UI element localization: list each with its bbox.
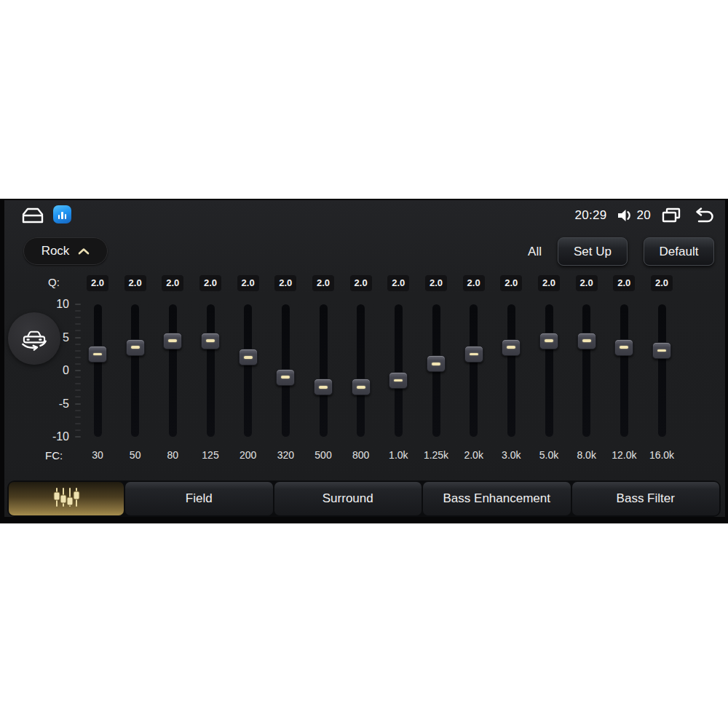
fc-value: 3.0k <box>491 449 531 461</box>
slider-fill <box>94 354 101 437</box>
slider-handle[interactable] <box>163 333 182 349</box>
fc-value: 16.0k <box>641 449 682 461</box>
fc-value: 320 <box>265 449 306 461</box>
axis-tick <box>75 410 81 411</box>
fc-value: 125 <box>190 449 231 461</box>
recent-apps-icon[interactable] <box>660 207 682 224</box>
chevron-up-icon <box>78 248 90 255</box>
q-value: 2.0 <box>576 275 598 291</box>
q-value: 2.0 <box>237 275 259 291</box>
volume-icon <box>616 207 633 223</box>
q-value: 2.0 <box>387 275 409 291</box>
equalizer-sliders-icon <box>50 486 83 513</box>
fc-value: 2.0k <box>454 449 494 461</box>
tab-label: Bass Filter <box>617 491 675 506</box>
axis-tick <box>75 416 81 418</box>
header-actions: All Set Up Default <box>528 237 714 266</box>
axis-tick <box>75 376 81 378</box>
fc-value: 1.0k <box>378 449 419 461</box>
fc-value: 200 <box>228 449 269 461</box>
fc-value: 50 <box>115 449 156 461</box>
q-value: 2.0 <box>500 275 522 291</box>
axis-tick <box>75 323 81 325</box>
tab-label: Field <box>186 491 213 506</box>
tab-surround[interactable]: Surround <box>274 482 422 515</box>
tab-label: Bass Enhancement <box>443 491 550 506</box>
tab-equalizer[interactable] <box>9 482 124 515</box>
slider-fill <box>470 354 478 437</box>
head-unit-screen: 20:29 20 <box>0 199 728 523</box>
tab-field[interactable]: Field <box>125 482 273 515</box>
axis-tick <box>75 403 81 405</box>
bottom-tab-bar: FieldSurroundBass EnhancementBass Filter <box>7 480 721 517</box>
fc-value: 12.0k <box>604 449 644 461</box>
tab-bass-enhancement[interactable]: Bass Enhancement <box>423 482 571 515</box>
slider-fill <box>620 347 628 437</box>
all-label[interactable]: All <box>528 245 542 259</box>
fc-value: 800 <box>341 449 381 461</box>
slider-fill <box>658 351 665 437</box>
slider-handle[interactable] <box>577 333 596 349</box>
axis-label: -10 <box>31 430 69 443</box>
axis-tick <box>75 430 81 431</box>
q-value: 2.0 <box>124 275 146 291</box>
axis-tick <box>75 383 81 384</box>
q-value: 2.0 <box>312 275 334 291</box>
volume-indicator: 20 <box>616 207 651 223</box>
slider-handle[interactable] <box>201 333 220 349</box>
fc-value: 80 <box>152 449 193 461</box>
tab-label: Surround <box>323 491 373 506</box>
slider-fill <box>432 364 440 437</box>
q-value: 2.0 <box>162 275 183 291</box>
slider-handle[interactable] <box>502 339 521 356</box>
axis-label: -5 <box>31 397 69 411</box>
axis-tick <box>75 389 81 391</box>
axis-tick <box>75 423 81 424</box>
slider-handle[interactable] <box>126 339 145 356</box>
tab-bass-filter[interactable]: Bass Filter <box>572 482 720 515</box>
clock: 20:29 <box>574 208 606 223</box>
ai-app-icon[interactable] <box>53 205 71 223</box>
q-value: 2.0 <box>199 275 221 291</box>
slider-handle[interactable] <box>239 349 258 365</box>
slider-fill <box>583 341 590 437</box>
slider-fill <box>132 347 139 437</box>
default-button[interactable]: Default <box>644 237 714 266</box>
axis-tick <box>75 317 81 318</box>
preset-selector[interactable]: Rock <box>23 237 108 265</box>
preset-label: Rock <box>41 244 70 258</box>
axis-tick <box>75 310 81 312</box>
slider-handle[interactable] <box>427 355 446 372</box>
set-up-button[interactable]: Set Up <box>558 237 628 266</box>
fc-value: 8.0k <box>566 449 607 461</box>
home-icon[interactable] <box>20 206 45 223</box>
slider-handle[interactable] <box>652 342 671 359</box>
slider-handle[interactable] <box>389 372 408 389</box>
slider-handle[interactable] <box>539 333 558 349</box>
axis-label: 0 <box>31 364 69 377</box>
q-value: 2.0 <box>613 275 635 291</box>
q-value: 2.0 <box>538 275 560 291</box>
slider-handle[interactable] <box>464 346 483 363</box>
slider-fill <box>507 347 515 437</box>
fc-row-label: FC: <box>45 449 63 462</box>
slider-handle[interactable] <box>276 369 295 386</box>
slider-fill <box>169 341 176 437</box>
axis-tick <box>75 363 81 365</box>
slider-fill <box>207 341 214 437</box>
back-icon[interactable] <box>692 207 715 224</box>
slider-handle[interactable] <box>314 379 333 395</box>
q-value: 2.0 <box>87 275 108 291</box>
car-sound-button[interactable] <box>8 312 60 365</box>
slider-fill <box>245 357 252 437</box>
slider-fill <box>395 381 402 437</box>
axis-tick <box>75 344 81 345</box>
slider-handle[interactable] <box>88 346 107 363</box>
fc-value: 1.25k <box>416 449 456 461</box>
fc-value: 30 <box>77 449 118 461</box>
slider-handle[interactable] <box>352 379 371 395</box>
axis-label: 10 <box>31 298 69 311</box>
slider-handle[interactable] <box>614 339 633 356</box>
axis-tick <box>75 350 81 352</box>
fc-value: 5.0k <box>529 449 569 461</box>
